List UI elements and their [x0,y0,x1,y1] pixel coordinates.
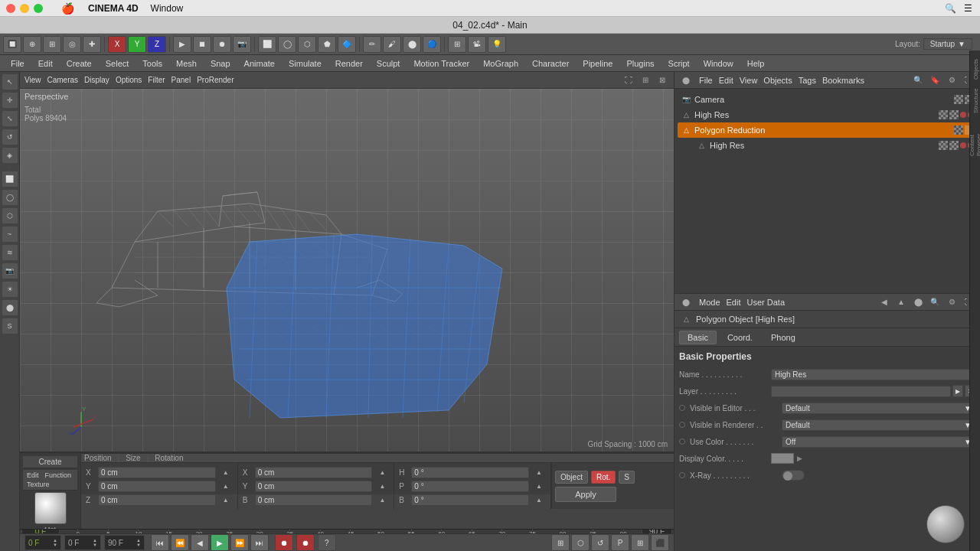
obj-edit[interactable]: Edit [719,76,733,85]
brush-btn[interactable]: 🖌 [383,36,401,53]
record-key[interactable]: ⏺ [296,534,315,551]
vp-btn-3[interactable]: ⊠ [655,73,669,87]
anim-btn-3[interactable]: ⏺ [213,36,231,53]
props-btn-2[interactable]: ▲ [894,295,908,309]
maximize-btn[interactable] [34,4,43,13]
tl-btn-2[interactable]: ⬡ [571,534,590,551]
vp-view[interactable]: View [24,76,41,84]
rot-b-up[interactable]: ▲ [532,493,546,507]
geo-btn-1[interactable]: ⬜ [258,36,276,53]
tool-extra[interactable]: S [2,318,18,334]
tool-cube[interactable]: ⬜ [2,171,18,187]
props-btn-1[interactable]: ◀ [877,295,891,309]
pos-z-input[interactable] [98,494,216,506]
end-frame-input[interactable] [108,539,135,547]
tool-paint[interactable]: ⬤ [2,299,18,316]
end-frame-spinner[interactable]: ▲ ▼ [136,538,141,547]
menu-help[interactable]: Help [741,57,771,70]
display-color-swatch[interactable] [771,453,794,464]
mode-btn-5[interactable]: ✚ [83,36,101,53]
apple-icon[interactable]: 🍎 [61,2,74,15]
props-mode[interactable]: Mode [699,298,720,307]
menu-snap[interactable]: Snap [204,57,237,70]
search-icon[interactable]: 🔍 [945,3,956,14]
vp-btn-1[interactable]: ⛶ [622,73,635,87]
tool-rotate[interactable]: ↺ [2,129,18,145]
window-menu[interactable]: Window [151,3,184,14]
play-back[interactable]: ◀ [191,534,209,551]
edge-objects-btn[interactable]: Objects [969,54,981,84]
tab-basic[interactable]: Basic [679,331,717,344]
obj-tags[interactable]: Tags [799,76,816,85]
vp-panel[interactable]: Panel [172,76,191,84]
menu-simulate[interactable]: Simulate [283,57,328,70]
axis-z[interactable]: Z [148,36,166,53]
menu-character[interactable]: Character [526,57,575,70]
menu-tools[interactable]: Tools [136,57,168,70]
pos-x-input[interactable] [98,467,216,478]
scale-btn[interactable]: S [619,471,635,484]
pos-x-up[interactable]: ▲ [219,465,233,479]
geo-btn-3[interactable]: ⬡ [298,36,316,53]
rot-h-input[interactable] [411,467,529,478]
play-next[interactable]: ⏩ [230,534,249,551]
tl-btn-4[interactable]: P [611,534,629,551]
menu-window[interactable]: Window [697,57,740,70]
vp-prorender[interactable]: ProRender [197,76,234,84]
tool-5[interactable]: ◈ [2,147,18,164]
menu-render[interactable]: Render [329,57,369,70]
grid-btn[interactable]: ⊞ [448,36,466,53]
geo-btn-5[interactable]: 🔷 [338,36,356,53]
obj-item-highres-1[interactable]: △ High Res [678,107,977,122]
frame-input[interactable] [28,539,51,547]
settings-icon[interactable]: ☰ [964,3,972,14]
menu-mesh[interactable]: Mesh [170,57,203,70]
pen-btn[interactable]: ✏ [363,36,381,53]
tl-btn-3[interactable]: ↺ [591,534,609,551]
obj-bookmark-icon[interactable]: 🔖 [928,73,942,87]
name-input[interactable] [771,369,975,380]
close-btn[interactable] [6,4,15,13]
obj-file[interactable]: File [699,76,713,85]
tool-spline[interactable]: ~ [2,226,18,243]
props-edit[interactable]: Edit [727,298,741,307]
anim-btn-4[interactable]: 📷 [233,36,251,53]
axis-y[interactable]: Y [128,36,146,53]
pos-z-up[interactable]: ▲ [219,493,233,507]
rot-h-up[interactable]: ▲ [532,465,546,479]
vis-renderer-select[interactable]: Default ▼ [782,419,975,431]
props-btn-5[interactable]: ⚙ [945,295,959,309]
vis-editor-select[interactable]: Default ▼ [782,403,975,414]
size-x-input[interactable] [255,467,373,478]
size-b-input[interactable] [255,494,373,506]
obj-view[interactable]: View [740,76,758,85]
anim-btn-2[interactable]: ⏹ [193,36,211,53]
menu-plugins[interactable]: Plugins [620,57,660,70]
rotate-btn[interactable]: Rot. [591,471,616,484]
layer-arrow-btn[interactable]: ▶ [952,385,963,397]
layout-dropdown[interactable]: Startup ▼ [923,38,972,50]
props-icon-1[interactable]: ⬤ [679,295,693,309]
menu-edit[interactable]: Edit [32,57,59,70]
menu-animate[interactable]: Animate [238,57,281,70]
vp-display[interactable]: Display [84,76,109,84]
obj-icon-1[interactable]: ⬤ [679,73,693,87]
rot-b-input[interactable] [411,494,529,506]
frame-spinner[interactable]: ▲ ▼ [53,538,57,547]
tool-scale[interactable]: ⤡ [2,110,18,127]
display-color-arrow[interactable]: ▶ [797,455,802,462]
tool-cylinder[interactable]: ⬡ [2,207,18,224]
viewport[interactable]: Perspective Total Polys 89404 [20,89,674,452]
obj-settings-icon[interactable]: ⚙ [945,73,959,87]
props-userdata[interactable]: User Data [747,298,786,307]
mat-edit[interactable]: Edit [24,471,41,479]
menu-select[interactable]: Select [100,57,136,70]
cam-btn[interactable]: 📽 [468,36,486,53]
obj-item-highres-2[interactable]: △ High Res [678,138,977,153]
size-x-up[interactable]: ▲ [375,465,389,479]
tool-move[interactable]: ✛ [2,92,18,109]
pos-y-up[interactable]: ▲ [219,479,233,493]
tool-deform[interactable]: ≋ [2,244,18,261]
tl-btn-6[interactable]: ⬛ [651,534,669,551]
record-btn[interactable]: ⏺ [275,534,293,551]
